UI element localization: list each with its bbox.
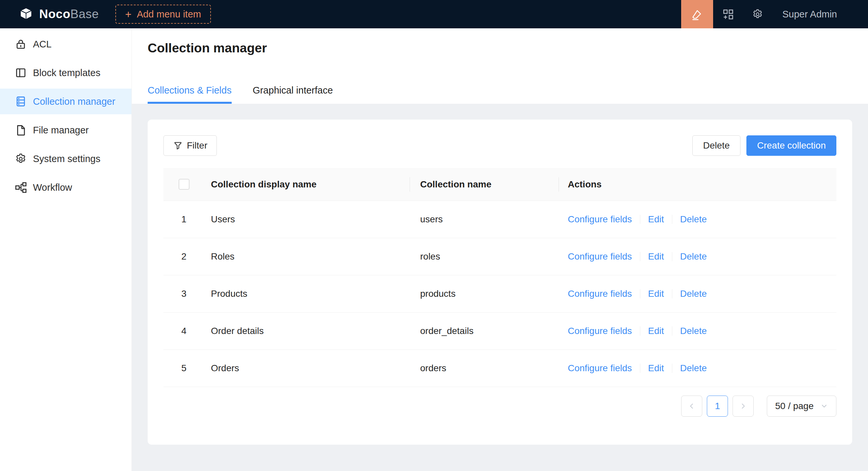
ui-editor-toggle-button[interactable] xyxy=(681,0,713,28)
edit-link[interactable]: Edit xyxy=(648,363,664,373)
table-row: 2 Roles roles Configure fields Edit Dele… xyxy=(163,238,836,275)
action-divider xyxy=(640,252,640,261)
cell-display-name: Orders xyxy=(204,363,410,373)
cell-collection-name: users xyxy=(410,214,559,225)
cell-display-name: Users xyxy=(204,214,410,225)
highlighter-icon xyxy=(690,8,704,21)
sidebar-item-label: Collection manager xyxy=(33,96,115,107)
delete-button[interactable]: Delete xyxy=(692,135,741,156)
tab-graphical-interface[interactable]: Graphical interface xyxy=(253,85,333,104)
action-divider xyxy=(640,215,640,224)
table-row: 4 Order details order_details Configure … xyxy=(163,312,836,350)
configure-fields-link[interactable]: Configure fields xyxy=(568,363,632,373)
action-divider xyxy=(640,289,640,298)
delete-link[interactable]: Delete xyxy=(680,363,707,373)
configure-fields-link[interactable]: Configure fields xyxy=(568,214,632,225)
settings-button[interactable] xyxy=(743,0,772,28)
cell-collection-name: products xyxy=(410,289,559,299)
previous-page-button[interactable] xyxy=(681,396,702,417)
configure-fields-link[interactable]: Configure fields xyxy=(568,251,632,262)
cell-collection-name: orders xyxy=(410,363,559,373)
page-header: Collection manager Collections & Fields … xyxy=(132,28,868,104)
configure-fields-link[interactable]: Configure fields xyxy=(568,289,632,299)
cell-collection-name: roles xyxy=(410,251,559,262)
file-icon xyxy=(14,124,27,136)
action-divider xyxy=(672,252,672,261)
cell-collection-name: order_details xyxy=(410,326,559,336)
cell-display-name: Order details xyxy=(204,326,410,336)
delete-link[interactable]: Delete xyxy=(680,289,707,299)
add-menu-item-label: Add menu item xyxy=(137,9,201,20)
filter-button[interactable]: Filter xyxy=(163,135,217,156)
column-header-display-name: Collection display name xyxy=(204,168,410,201)
sidebar-item-label: Block templates xyxy=(33,68,100,78)
logo-text-light: Base xyxy=(70,7,99,21)
column-header-actions: Actions xyxy=(559,168,836,201)
sidebar-item-block-templates[interactable]: Block templates xyxy=(0,60,131,86)
gear-icon xyxy=(752,8,764,20)
cell-display-name: Roles xyxy=(204,251,410,262)
plugins-button[interactable] xyxy=(713,0,743,28)
delete-link[interactable]: Delete xyxy=(680,251,707,262)
nocobase-logo: NocoBase xyxy=(18,6,99,22)
action-divider xyxy=(672,327,672,336)
settings-sidebar: ACL Block templates Collection manager F… xyxy=(0,28,132,471)
user-menu[interactable]: Super Admin xyxy=(782,9,837,20)
logo-cube-icon xyxy=(18,6,34,22)
content-area: Filter Delete Create collection xyxy=(132,104,868,471)
action-divider xyxy=(640,364,640,373)
chevron-left-icon xyxy=(687,402,696,410)
row-index: 2 xyxy=(163,251,204,262)
select-all-checkbox[interactable] xyxy=(179,179,189,190)
sidebar-item-acl[interactable]: ACL xyxy=(0,31,131,57)
chevron-right-icon xyxy=(739,402,747,410)
cell-display-name: Products xyxy=(204,289,410,299)
collections-table: Collection display name Collection name … xyxy=(163,168,836,387)
filter-button-label: Filter xyxy=(187,140,207,151)
layout-icon xyxy=(14,67,27,79)
sidebar-item-workflow[interactable]: Workflow xyxy=(0,175,131,200)
delete-link[interactable]: Delete xyxy=(680,326,707,336)
sidebar-item-system-settings[interactable]: System settings xyxy=(0,146,131,172)
cell-actions: Configure fields Edit Delete xyxy=(559,363,836,373)
chevron-down-icon xyxy=(820,402,828,410)
filter-funnel-icon xyxy=(173,141,183,150)
logo-text-bold: Noco xyxy=(39,7,70,21)
action-divider xyxy=(672,215,672,224)
toolbar-right-buttons: Delete Create collection xyxy=(692,135,837,156)
page-size-select[interactable]: 50 / page xyxy=(767,396,836,417)
app-window: NocoBase + Add menu item xyxy=(0,0,868,471)
sidebar-item-label: Workflow xyxy=(33,182,72,193)
add-menu-item-button[interactable]: + Add menu item xyxy=(115,5,211,24)
create-collection-button[interactable]: Create collection xyxy=(746,135,836,156)
edit-link[interactable]: Edit xyxy=(648,214,664,225)
workflow-icon xyxy=(14,181,27,194)
table-row: 5 Orders orders Configure fields Edit De… xyxy=(163,350,836,387)
sidebar-item-file-manager[interactable]: File manager xyxy=(0,117,131,143)
action-divider xyxy=(640,327,640,336)
next-page-button[interactable] xyxy=(733,396,754,417)
sidebar-item-collection-manager[interactable]: Collection manager xyxy=(0,89,131,114)
tab-collections-and-fields[interactable]: Collections & Fields xyxy=(148,85,232,104)
page-number-button[interactable]: 1 xyxy=(707,396,728,417)
column-header-collection-name: Collection name xyxy=(410,168,559,201)
collections-card: Filter Delete Create collection xyxy=(148,120,852,445)
delete-button-label: Delete xyxy=(703,140,730,151)
configure-fields-link[interactable]: Configure fields xyxy=(568,326,632,336)
pagination: 1 50 / page xyxy=(163,396,836,417)
row-index: 5 xyxy=(163,363,204,373)
edit-link[interactable]: Edit xyxy=(648,289,664,299)
edit-link[interactable]: Edit xyxy=(648,326,664,336)
sidebar-item-label: System settings xyxy=(33,154,100,164)
create-collection-label: Create collection xyxy=(757,140,826,151)
top-navigation-bar: NocoBase + Add menu item xyxy=(0,0,868,28)
action-divider xyxy=(672,289,672,298)
delete-link[interactable]: Delete xyxy=(680,214,707,225)
cell-actions: Configure fields Edit Delete xyxy=(559,251,836,262)
page-size-label: 50 / page xyxy=(775,401,814,411)
page-title: Collection manager xyxy=(148,41,868,55)
gear-icon xyxy=(14,153,27,165)
plus-icon: + xyxy=(125,9,131,20)
database-icon xyxy=(14,95,27,108)
edit-link[interactable]: Edit xyxy=(648,251,664,262)
